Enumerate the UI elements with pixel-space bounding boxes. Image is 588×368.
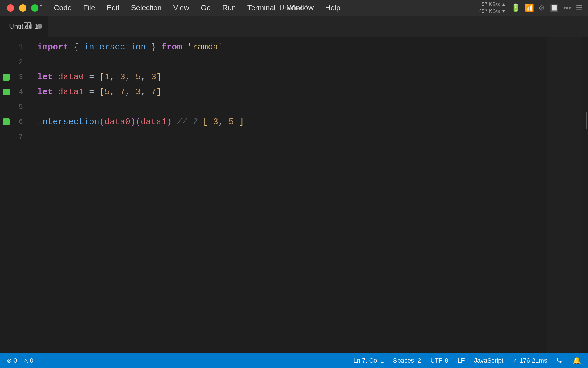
status-left: ⊗ 0 △ 0 <box>7 357 34 364</box>
line-num-label: 4 <box>18 88 23 96</box>
line-number-6: 6 <box>0 114 29 129</box>
checkmark-icon: ✓ <box>512 357 518 364</box>
warning-count-label: 0 <box>30 357 33 364</box>
menu-item-run[interactable]: Run <box>217 2 241 14</box>
keyword-from: from <box>161 40 182 55</box>
keyword-import: import <box>37 40 68 55</box>
traffic-lights <box>0 4 38 12</box>
code-editor[interactable]: import { intersection } from 'ramda' let… <box>29 37 582 353</box>
language-indicator[interactable]: JavaScript <box>474 357 504 364</box>
cursor-position[interactable]: Ln 7, Col 1 <box>353 357 384 364</box>
eol-indicator[interactable]: LF <box>457 357 465 364</box>
line-gutter: 1 2 3 4 5 6 7 <box>0 37 29 353</box>
feedback-icon[interactable]: 🗨 <box>556 356 563 365</box>
code-line-1: import { intersection } from 'ramda' <box>37 40 582 55</box>
titlebar-right: 57 KB/s ▲ 497 KB/s ▼ 🔋 📶 ⊘ 🔲 ••• ☰ <box>479 1 582 15</box>
menu-item-help[interactable]: Help <box>320 2 345 14</box>
encoding-indicator[interactable]: UTF-8 <box>430 357 448 364</box>
minimize-button[interactable] <box>19 4 26 12</box>
menu-item-terminal[interactable]: Terminal <box>242 2 281 14</box>
line-num-label: 2 <box>18 58 23 66</box>
line-number-1: 1 <box>0 40 29 55</box>
close-button[interactable] <box>7 4 14 12</box>
network-info: 57 KB/s ▲ 497 KB/s ▼ <box>479 1 506 15</box>
string-ramda: 'ramda' <box>187 40 223 55</box>
code-line-6: intersection ( data0 ) ( data1 ) // ? [ … <box>37 114 582 129</box>
function-name: intersection <box>84 40 146 55</box>
tab-untitled1[interactable]: Untitled-1 <box>0 16 48 37</box>
spaces-indicator[interactable]: Spaces: 2 <box>393 357 421 364</box>
editor-container: 1 2 3 4 5 6 7 import { intersec <box>0 37 588 353</box>
line-number-2: 2 <box>0 55 29 70</box>
warning-icon: △ <box>23 357 28 364</box>
scrollbar-thumb[interactable] <box>586 112 587 129</box>
var-data0: data0 <box>58 70 84 85</box>
line-number-3: 3 <box>0 70 29 85</box>
svg-rect-1 <box>28 22 31 28</box>
line-num-label: 5 <box>18 103 23 111</box>
line-num-label: 6 <box>18 118 23 126</box>
tab-bar: Untitled-1 <box>0 16 588 37</box>
comment-result: // ? <box>177 114 203 129</box>
window-title: Untitled-1 <box>279 4 309 12</box>
more-icon: ••• <box>563 3 571 12</box>
line-num-label: 7 <box>18 133 23 141</box>
svg-rect-0 <box>24 22 27 28</box>
code-line-3: let data0 = [ 1 , 3 , 5 , 3 ] <box>37 70 582 85</box>
status-right: Ln 7, Col 1 Spaces: 2 UTF-8 LF JavaScrip… <box>353 356 581 365</box>
breakpoint-3[interactable] <box>3 74 10 80</box>
line-num-label: 3 <box>18 73 23 81</box>
line-number-7: 7 <box>0 129 29 144</box>
code-line-5 <box>37 99 582 114</box>
menu-item-code[interactable]: Code <box>49 2 77 14</box>
titlebar:  Code File Edit Selection View Go Run T… <box>0 0 588 16</box>
code-line-2 <box>37 55 582 70</box>
unsaved-indicator <box>37 24 42 29</box>
list-icon: ☰ <box>576 3 582 12</box>
wifi-icon: 📶 <box>525 3 534 12</box>
code-line-4: let data1 = [ 5 , 7 , 3 , 7 ] <box>37 85 582 99</box>
battery-icon: 🔋 <box>511 3 520 12</box>
keyword-let-1: let <box>37 70 53 85</box>
status-bar: ⊗ 0 △ 0 Ln 7, Col 1 Spaces: 2 UTF-8 LF J… <box>0 353 588 368</box>
function-call-intersection: intersection <box>37 114 99 129</box>
split-editor-icon[interactable] <box>23 21 31 31</box>
apple-menu-item[interactable]:  <box>34 2 48 14</box>
var-data1: data1 <box>58 85 84 99</box>
menu-item-edit[interactable]: Edit <box>102 2 125 14</box>
menu-item-selection[interactable]: Selection <box>126 2 167 14</box>
menu-item-view[interactable]: View <box>168 2 194 14</box>
scrollbar[interactable] <box>582 37 588 353</box>
line-number-4: 4 <box>0 85 29 99</box>
timing-indicator: ✓ 176.21ms <box>512 357 547 364</box>
code-line-7 <box>37 129 582 144</box>
menu-item-file[interactable]: File <box>78 2 100 14</box>
breakpoint-4[interactable] <box>3 89 10 95</box>
line-num-label: 1 <box>18 43 23 51</box>
notification-icon[interactable]: 🔔 <box>572 356 581 365</box>
error-count-label: 0 <box>13 357 17 364</box>
minimap <box>547 37 582 353</box>
menu-item-go[interactable]: Go <box>196 2 216 14</box>
keyword-let-2: let <box>37 85 53 99</box>
finder-icon: 🔲 <box>550 3 559 12</box>
do-not-disturb-icon: ⊘ <box>539 3 545 12</box>
error-count[interactable]: ⊗ 0 △ 0 <box>7 357 34 364</box>
error-icon: ⊗ <box>7 357 12 364</box>
line-number-5: 5 <box>0 99 29 114</box>
breakpoint-6[interactable] <box>3 118 10 125</box>
